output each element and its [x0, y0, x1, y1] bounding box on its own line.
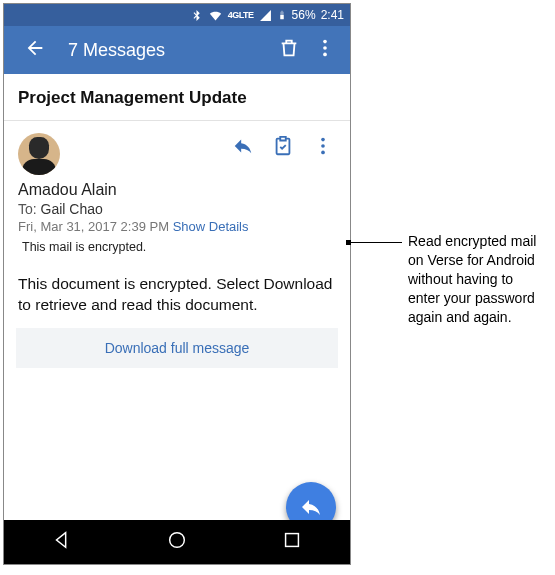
task-button[interactable] — [272, 135, 294, 161]
avatar[interactable] — [18, 133, 60, 175]
svg-point-7 — [170, 533, 185, 548]
callout-line — [348, 242, 402, 243]
annotation-callout: Read encrypted mail on Verse for Android… — [348, 232, 548, 326]
delete-button[interactable] — [274, 33, 304, 67]
svg-point-2 — [323, 53, 327, 57]
download-full-message-button[interactable]: Download full message — [16, 328, 338, 368]
app-bar: 7 Messages — [4, 26, 350, 74]
svg-point-1 — [323, 46, 327, 50]
bluetooth-icon — [190, 9, 203, 22]
date-line: Fri, Mar 31, 2017 2:39 PM Show Details — [18, 219, 336, 234]
svg-rect-8 — [286, 534, 299, 547]
svg-point-5 — [321, 144, 325, 148]
network-label: 4GLTE — [228, 10, 254, 20]
reply-button[interactable] — [232, 135, 254, 161]
android-nav-bar — [4, 520, 350, 564]
wifi-icon — [208, 8, 223, 23]
message-body: This document is encrypted. Select Downl… — [4, 264, 350, 328]
subject: Project Management Update — [4, 74, 350, 121]
sender-name[interactable]: Amadou Alain — [18, 181, 336, 199]
svg-point-0 — [323, 40, 327, 44]
to-label: To: — [18, 201, 37, 217]
nav-back-button[interactable] — [51, 529, 73, 555]
battery-icon — [277, 8, 287, 22]
back-button[interactable] — [20, 33, 50, 67]
sent-date: Fri, Mar 31, 2017 2:39 PM — [18, 219, 169, 234]
svg-point-4 — [321, 138, 325, 142]
to-line: To: Gail Chao — [18, 201, 336, 217]
message-meta-row — [4, 121, 350, 175]
battery-pct: 56% — [292, 8, 316, 22]
svg-point-6 — [321, 151, 325, 155]
nav-recents-button[interactable] — [281, 529, 303, 555]
show-details-link[interactable]: Show Details — [173, 219, 249, 234]
callout-text: Read encrypted mail on Verse for Android… — [408, 232, 548, 326]
signal-icon — [259, 9, 272, 22]
encryption-note: This mail is encrypted. — [18, 234, 336, 254]
overflow-button[interactable] — [310, 33, 340, 67]
appbar-title: 7 Messages — [68, 40, 268, 61]
status-bar: 4GLTE 56% 2:41 — [4, 4, 350, 26]
message-overflow-button[interactable] — [312, 135, 334, 161]
nav-home-button[interactable] — [166, 529, 188, 555]
clock: 2:41 — [321, 8, 344, 22]
phone-frame: 4GLTE 56% 2:41 7 Messages Project Manage… — [3, 3, 351, 565]
sender-block: Amadou Alain To: Gail Chao Fri, Mar 31, … — [4, 175, 350, 264]
to-value[interactable]: Gail Chao — [41, 201, 103, 217]
